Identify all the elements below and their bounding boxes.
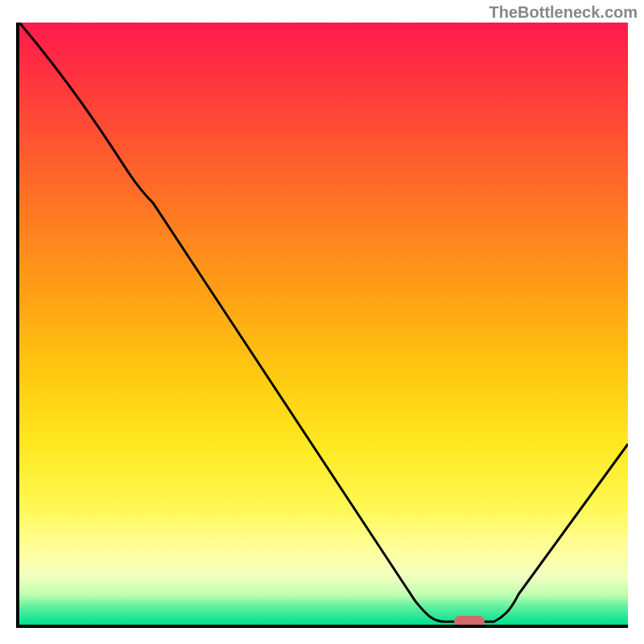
bottleneck-curve-path [19,23,628,621]
chart-curve-svg [19,23,628,625]
chart-plot-area [16,23,628,628]
watermark-text: TheBottleneck.com [489,3,638,22]
optimal-marker [454,616,485,627]
